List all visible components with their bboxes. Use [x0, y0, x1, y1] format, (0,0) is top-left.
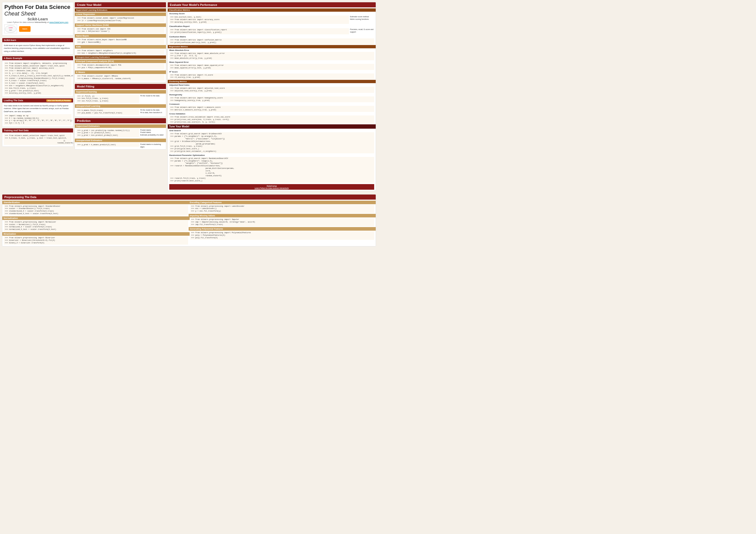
naive-bayes-header: Naive Bayes [75, 34, 166, 38]
standardization-header: Standardization [2, 201, 190, 204]
page-tagline: Learn Python for data science Interactiv… [4, 21, 71, 23]
svm-header: Support Vector Machines (SVM) [75, 23, 166, 27]
supervised-fitting-note: Fit the model to the data [140, 94, 164, 97]
model-fitting-header: Model Fitting [75, 84, 166, 89]
training-test-header: Training And Test Data [2, 128, 73, 133]
unsupervised-fitting-note: Fit the model to the data Fit to data, t… [140, 108, 164, 114]
unsupervised-pred-header: Unsupervised Estimators [75, 139, 166, 142]
numpy-pandas-badge: Also see NumPy & Pandas [46, 99, 71, 102]
grid-search-code: >>> from sklearn.grid_search import Grid… [169, 132, 374, 153]
naive-bayes-code: >>> from sklearn.naive_bayes import Gaus… [76, 38, 164, 44]
svg-point-0 [5, 25, 16, 33]
accuracy-score-code: >>> knn.score(X_test, y_test) >>> from s… [169, 15, 349, 24]
mse-label: Mean Squared Error [169, 61, 374, 63]
loading-data-header: Loading The Data Also see NumPy & Pandas [2, 98, 73, 102]
basic-example-section: A Basic Example >>> from sklearn import … [2, 56, 73, 97]
pca-code: >>> from sklearn.decomposition import PC… [76, 64, 164, 70]
unsupervised-estimators-header: Unsupervised Learning Estimators [75, 55, 166, 59]
normalization-code: >>> from sklearn.preprocessing import No… [4, 220, 188, 231]
create-model-section: Create Your Model Supervised Learning Es… [75, 2, 166, 82]
unsupervised-fitting-header: Unsupervised Learning [75, 104, 166, 108]
randomized-search-code: >>> from sklearn.grid_search import Rand… [169, 157, 374, 183]
r2-label: R² Score [169, 71, 374, 73]
basic-example-header: A Basic Example [2, 56, 73, 60]
loading-data-desc: Your data needs to be numeric and stored… [4, 104, 71, 114]
ari-code: >>> from sklearn.metrics import adjusted… [169, 87, 374, 93]
homogeneity-label: Homogeneity [169, 93, 374, 96]
sklearn-intro-section: Scikit-learn Scikit-learn is an open sou… [2, 38, 73, 55]
polynomial-header: Generating Polynomial Features [189, 227, 376, 231]
linear-regression-header: Linear Regression [75, 13, 166, 16]
kmeans-header: K Means [75, 70, 166, 74]
learn-logo: learn [19, 26, 31, 32]
imputing-code: >>> from sklearn.preprocessing import Im… [190, 218, 374, 226]
vmeasure-code: >>> from sklearn.metrics import v_measur… [169, 106, 374, 112]
preprocessing-section: Preprocessing The Data Standardization >… [0, 194, 378, 249]
accuracy-score-label: Accuracy Score [169, 13, 374, 15]
page-title-italic: Cheat Sheet [4, 11, 35, 17]
preprocessing-header: Preprocessing The Data [2, 194, 376, 200]
prediction-header: Prediction [75, 118, 166, 123]
classification-metrics-header: Classification Metrics [168, 9, 376, 12]
supervised-pred-notes: Predict labels Predict labels Estimate p… [140, 128, 164, 136]
vmeasure-label: V-measure [169, 103, 374, 105]
model-fitting-section: Model Fitting Supervised learning >>> lr… [75, 84, 166, 117]
evaluate-header: Evaluate Your Model's Performance [168, 2, 376, 7]
unsupervised-pred-code: >>> y_pred = k_means.predict(X_test) [76, 143, 139, 147]
basic-example-code: >>> from sklearn import neighbors, datas… [4, 62, 71, 95]
standardization-code: >>> from sklearn.preprocessing import St… [4, 205, 188, 216]
linear-regression-code: >>> from sklearn.linear_model import Lin… [76, 16, 164, 23]
encoding-code: >>> from sklearn.preprocessing import La… [190, 205, 374, 213]
clustering-metrics-header: Clustering Metrics [168, 80, 376, 83]
unsupervised-pred-note: Predict labels in clustering algos [140, 143, 164, 148]
encoding-header: Encoding Categorical Features [189, 201, 376, 204]
svm-code: >>> from sklearn.svm import SVC >>> svc … [76, 27, 164, 34]
loading-data-code: >>> import numpy as np >>> X = np.random… [4, 114, 71, 125]
svg-text:scikit: scikit [9, 27, 13, 29]
svg-text:learn: learn [9, 29, 12, 31]
sklearn-logo: scikit learn [4, 24, 17, 33]
normalization-header: Normalization [2, 216, 190, 220]
prediction-section: Prediction Supervised Estimators >>> y_p… [75, 118, 166, 149]
regression-metrics-header: Regression Metrics [168, 45, 376, 48]
loading-data-section: Loading The Data Also see NumPy & Pandas… [2, 98, 73, 127]
binarization-code: >>> from sklearn.preprocessing import Bi… [4, 236, 188, 244]
confusion-matrix-code: >>> from sklearn.metrics import confusio… [169, 38, 374, 44]
homogeneity-code: >>> from sklearn.metrics import homogene… [169, 96, 374, 102]
grid-search-label: Grid Search [169, 129, 374, 132]
ari-label: Adjusted Rand Index [169, 84, 374, 86]
classification-report-label: Classification Report [169, 25, 374, 27]
confusion-matrix-label: Confusion Matrix [169, 36, 374, 38]
classification-report-note: Precision, recall, f1-score and support [350, 28, 374, 33]
binarization-header: Binarization [2, 232, 190, 236]
supervised-fitting-header: Supervised learning [75, 90, 166, 93]
kmeans-code: >>> from sklearn.cluster import KMeans >… [76, 74, 164, 81]
knn-header: KNN [75, 45, 166, 49]
page-title-bold: Python For Data Science [4, 4, 70, 10]
mse-code: >>> from sklearn.metrics import mean_squ… [169, 64, 374, 70]
mae-label: Mean Absolute Error [169, 49, 374, 51]
polynomial-code: >>> from sklearn.preprocessing import Po… [190, 231, 374, 240]
sklearn-intro-body: Scikit-learn is an open source Python li… [4, 43, 71, 53]
r2-code: >>> from sklearn.metrics import r2_score… [169, 73, 374, 80]
create-model-header: Create Your Model [75, 2, 166, 7]
unsupervised-fitting-code: >>> k_means.fit(X_train) >>> pca_model =… [76, 109, 139, 115]
cross-validation-code: >>> from sklearn.cross_validation import… [169, 115, 374, 124]
evaluate-section: Evaluate Your Model's Performance Classi… [168, 2, 376, 191]
sklearn-intro-header: Scikit-learn [2, 38, 73, 42]
supervised-pred-code: >>> y_pred = svc.predict(np.random.rando… [76, 129, 139, 137]
knn-code: >>> from sklearn import neighbors >>> kn… [76, 49, 164, 55]
supervised-fitting-code: >>> lr.fit(X, y) >>> knn.fit(X_train, y_… [76, 95, 139, 103]
page-subtitle: Scikit-Learn [4, 17, 71, 21]
training-test-code: >>> from sklearn.model_selection import … [4, 134, 71, 145]
mae-code: >>> from sklearn.metrics import mean_abs… [169, 52, 374, 60]
cross-validation-label: Cross-Validation [169, 113, 374, 115]
supervised-pred-header: Supervised Estimators [75, 124, 166, 128]
randomized-search-label: Randomized Parameter Optimization [169, 154, 374, 156]
supervised-estimators-header: Supervised Learning Estimators [75, 9, 166, 12]
pca-header: Principal Component Analysis (PCA) [75, 60, 166, 63]
footer-bar: DataCamp Learn Python for Data Science I… [169, 184, 374, 190]
classification-report-code: >>> from sklearn.metrics import classifi… [169, 28, 349, 34]
tune-model-header: Tune Your Model [168, 124, 376, 129]
imputing-header: Imputing Missing Values [189, 214, 376, 217]
